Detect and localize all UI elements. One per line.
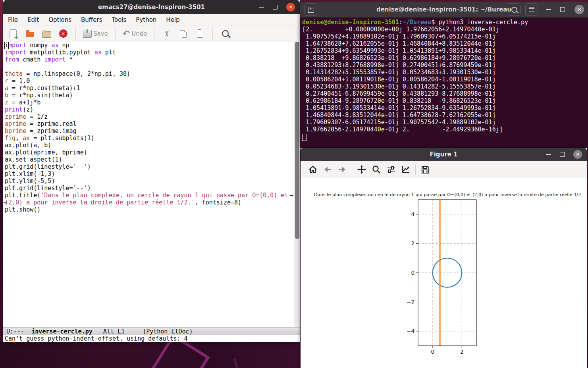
toolbar-separator <box>212 28 213 40</box>
code-line: import matplotlib.pyplot as plt <box>3 49 294 56</box>
back-button[interactable] <box>322 164 333 175</box>
terminal-output-line: 0.05234683-3.19301530e-01j 0.14314282-5.… <box>302 83 588 90</box>
prompt-colon: : <box>399 19 403 26</box>
code-line: plt.grid(linestyle='--') <box>3 163 294 170</box>
code-line: (2,0) a pour inverse la droite de partie… <box>3 199 294 206</box>
open-file-button[interactable] <box>25 28 35 39</box>
cut-icon: ✂ <box>162 31 171 37</box>
code-line: z = a+1j*b <box>3 99 294 106</box>
save-button-label: Save <box>93 30 108 37</box>
close-icon[interactable]: ✕ <box>286 3 295 12</box>
prompt-dollar: $ <box>431 19 438 26</box>
customize-axes-button[interactable] <box>401 164 411 175</box>
maximize-icon[interactable] <box>560 7 565 12</box>
maximize-icon[interactable] <box>560 152 565 157</box>
terminal-window-title: denise@denise-Inspiron-3501: ~/Bureau <box>300 6 588 13</box>
zoom-button[interactable] <box>371 164 382 175</box>
code-line: b = r*np.sin(theta) <box>3 92 294 99</box>
cut-button[interactable]: ✂ <box>162 28 172 39</box>
toolbar-separator <box>75 28 76 40</box>
menu-options[interactable]: Options <box>48 16 71 23</box>
menu-file[interactable]: File <box>8 16 18 23</box>
terminal-output-line: [2. +0.00000000e+00j 1.97662056+2.149704… <box>302 26 588 33</box>
code-line: ax.set_aspect(1) <box>3 156 294 163</box>
subplots-icon <box>386 165 396 174</box>
modeline-position: All L1 (Python ElDoc) <box>93 328 193 335</box>
chart-title: Dans le plan complexe, un cercle de rayo… <box>314 192 582 197</box>
line-wrap-left-icon: ↪ <box>3 200 7 205</box>
save-button[interactable]: Save <box>83 28 108 39</box>
code-line: plt.grid(linestyle='--') <box>3 185 294 192</box>
close-buffer-button[interactable]: ✕ <box>58 28 68 39</box>
code-line: ax.plot(a, b) <box>3 142 294 149</box>
terminal-content[interactable]: denise@denise-Inspiron-3501:~/Bureau$ py… <box>300 17 588 147</box>
customize-axes-icon <box>401 165 411 174</box>
terminal-output-line: 1.64738628+7.62162055e-01j 1.46840844+8.… <box>302 40 588 47</box>
undo-button[interactable]: ↶ Undo <box>123 28 147 39</box>
minimize-icon[interactable] <box>546 9 551 10</box>
emacs-modeline: U:--- inverse-cercle.py All L1 (Python E… <box>3 327 300 335</box>
code-line: aprime = zprime.real <box>3 120 294 127</box>
code-line: import numpy as np <box>3 42 294 49</box>
figure-window-title: Figure 1 <box>301 151 587 158</box>
emacs-scrollbar-thumb[interactable] <box>295 42 299 239</box>
menu-buffers[interactable]: Buffers <box>81 16 102 23</box>
configure-subplots-button[interactable] <box>386 164 396 175</box>
toolbar-separator <box>415 164 416 175</box>
close-icon[interactable]: ✕ <box>575 5 584 14</box>
zoom-rect-icon <box>372 165 381 174</box>
modeline-state: U:--- <box>6 328 31 335</box>
new-file-button[interactable] <box>8 28 18 39</box>
directory-icon <box>42 31 51 38</box>
figure-titlebar[interactable]: Figure 1 ✕ <box>301 148 587 161</box>
emacs-window-title: emacs27@denise-Inspiron-3501 <box>3 4 300 11</box>
terminal-command: python3 inverse-cercle.py <box>438 19 528 26</box>
maximize-icon[interactable] <box>273 5 278 10</box>
terminal-search-button[interactable] <box>508 3 521 16</box>
figure-canvas[interactable]: Dans le plan complexe, un cercle de rayo… <box>301 178 587 368</box>
close-buffer-icon: ✕ <box>59 29 67 38</box>
terminal-titlebar[interactable]: denise@denise-Inspiron-3501: ~/Bureau ✕ <box>300 2 588 17</box>
menu-python[interactable]: Python <box>136 16 156 23</box>
minimize-icon[interactable] <box>546 154 551 155</box>
search-button[interactable] <box>220 28 230 39</box>
terminal-menu-button[interactable] <box>525 3 538 16</box>
emacs-scrollbar[interactable] <box>294 42 300 327</box>
menu-help[interactable]: Help <box>166 16 179 23</box>
minimize-icon[interactable] <box>259 7 264 8</box>
y-tick-label: 4 <box>411 211 414 218</box>
terminal-output: [2. +0.00000000e+00j 1.97662056+2.149704… <box>302 26 588 133</box>
code-line <box>3 63 294 70</box>
forward-button[interactable] <box>337 164 347 175</box>
terminal-output-line: 0.27400451-6.87699459e-01j 0.43881293-8.… <box>302 90 588 97</box>
paste-button[interactable] <box>195 28 205 39</box>
close-icon[interactable]: ✕ <box>573 150 582 159</box>
copy-button[interactable] <box>178 28 189 39</box>
terminal-output-line: 0.00586204+1.08119018e-01j 0.00586204-1.… <box>302 76 588 83</box>
save-figure-button[interactable] <box>420 164 430 175</box>
x-tick-label: 0 <box>431 349 434 355</box>
new-file-icon <box>10 29 17 38</box>
emacs-titlebar[interactable]: emacs27@denise-Inspiron-3501 ✕ <box>3 0 300 14</box>
home-button[interactable] <box>308 164 318 175</box>
dired-button[interactable] <box>41 28 52 39</box>
menu-edit[interactable]: Edit <box>27 16 39 23</box>
terminal-output-line: 0.14314282+5.15553857e-01j 0.05234683+3.… <box>302 69 588 76</box>
terminal-output-line: 0.838218 +9.86826523e-01j 0.62986184+9.2… <box>302 54 588 62</box>
undo-icon: ↶ <box>123 29 130 38</box>
undo-button-label: Undo <box>131 30 147 37</box>
toolbar-separator <box>352 164 352 175</box>
emacs-buffer[interactable]: import numpy as npimport matplotlib.pypl… <box>3 42 294 327</box>
pan-button[interactable] <box>357 164 367 175</box>
terminal-output-line: 0.62986184-9.28976720e-01j 0.838218 -9.8… <box>302 97 588 104</box>
menu-tools[interactable]: Tools <box>112 16 126 23</box>
terminal-cursor <box>302 134 307 141</box>
code-line: bprime = zprime.imag <box>3 127 294 135</box>
figure-toolbar <box>301 161 587 178</box>
emacs-menubar: FileEditOptionsBuffersToolsPythonHelp <box>3 14 300 25</box>
line-wrap-right-icon: ↩ <box>290 193 293 198</box>
search-icon <box>222 30 229 37</box>
y-tick-label: 0 <box>411 270 414 276</box>
y-tick-label: 2 <box>411 240 414 247</box>
plot: Dans le plan complexe, un cercle de rayo… <box>301 178 587 368</box>
